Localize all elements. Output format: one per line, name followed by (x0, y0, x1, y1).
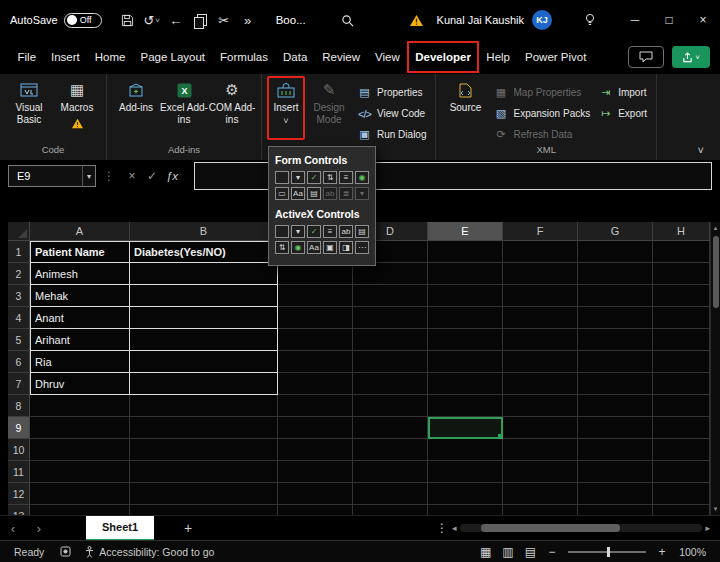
cell-D6[interactable] (353, 351, 428, 373)
cell-B7[interactable] (130, 373, 278, 395)
sheet-nav-left-arrow[interactable]: ‹ (0, 521, 26, 536)
cell-D12[interactable] (353, 483, 428, 505)
cell-G6[interactable] (578, 351, 653, 373)
normal-view-button[interactable]: ▦ (480, 545, 491, 559)
spin-button-icon[interactable]: ⇅ (323, 171, 337, 184)
cell-B4[interactable] (130, 307, 278, 329)
cell-C8[interactable] (278, 395, 353, 417)
cell-A11[interactable] (30, 461, 130, 483)
cell-G9[interactable] (578, 417, 653, 439)
cell-H2[interactable] (653, 263, 710, 285)
cell-C11[interactable] (278, 461, 353, 483)
cell-F6[interactable] (503, 351, 578, 373)
column-header-F[interactable]: F (503, 222, 578, 241)
cell-E11[interactable] (428, 461, 503, 483)
autosave-toggle[interactable]: Off (64, 13, 102, 28)
cell-D4[interactable] (353, 307, 428, 329)
option-button-icon[interactable]: ◉ (291, 241, 305, 254)
cell-A1[interactable]: Patient Name (30, 241, 130, 263)
cell-A7[interactable]: Dhruv (30, 373, 130, 395)
cell-G4[interactable] (578, 307, 653, 329)
cell-C2[interactable] (278, 263, 353, 285)
cell-D13[interactable] (353, 505, 428, 515)
page-layout-view-button[interactable]: ▥ (502, 545, 513, 559)
cell-B13[interactable] (130, 505, 278, 515)
minimize-button[interactable]: ─ (618, 0, 652, 40)
row-header-1[interactable]: 1 (8, 241, 30, 263)
tell-me-button[interactable] (578, 8, 602, 32)
cell-A5[interactable]: Arihant (30, 329, 130, 351)
tab-power-pivot[interactable]: Power Pivot (518, 40, 594, 74)
cell-F13[interactable] (503, 505, 578, 515)
list-box-icon[interactable]: ≡ (323, 225, 337, 238)
cell-H11[interactable] (653, 461, 710, 483)
cell-E6[interactable] (428, 351, 503, 373)
list-box-icon[interactable]: ≡ (339, 171, 353, 184)
cell-F8[interactable] (503, 395, 578, 417)
search-button[interactable] (336, 8, 360, 32)
row-header-4[interactable]: 4 (8, 307, 30, 329)
cell-C7[interactable] (278, 373, 353, 395)
cell-E3[interactable] (428, 285, 503, 307)
column-header-A[interactable]: A (30, 222, 130, 241)
cell-G1[interactable] (578, 241, 653, 263)
image-icon[interactable]: ▣ (323, 241, 337, 254)
cell-G8[interactable] (578, 395, 653, 417)
scroll-up-arrow[interactable]: ▴ (714, 222, 718, 234)
share-button[interactable]: ˅ (672, 46, 710, 68)
cell-D8[interactable] (353, 395, 428, 417)
cell-H7[interactable] (653, 373, 710, 395)
cancel-entry-button[interactable]: × (122, 169, 142, 183)
undo-button[interactable]: ↺˅ (140, 8, 164, 32)
user-name[interactable]: Kunal Jai Kaushik (437, 14, 524, 26)
horizontal-scroll-thumb[interactable] (481, 524, 619, 532)
enter-entry-button[interactable]: ✓ (142, 169, 162, 183)
cell-C4[interactable] (278, 307, 353, 329)
redo-button[interactable]: ← (164, 8, 188, 32)
scroll-down-arrow[interactable]: ▾ (714, 503, 718, 515)
column-header-B[interactable]: B (130, 222, 278, 241)
row-header-12[interactable]: 12 (8, 483, 30, 505)
cell-D10[interactable] (353, 439, 428, 461)
cell-D5[interactable] (353, 329, 428, 351)
cell-F11[interactable] (503, 461, 578, 483)
cell-G13[interactable] (578, 505, 653, 515)
scroll-left-arrow[interactable]: ◂ (452, 523, 457, 533)
tab-home[interactable]: Home (87, 40, 133, 74)
insert-controls-button[interactable]: Insert ˅ (267, 76, 305, 140)
check-box-icon[interactable]: ✓ (307, 171, 321, 184)
cell-E7[interactable] (428, 373, 503, 395)
cell-B5[interactable] (130, 329, 278, 351)
cell-B9[interactable] (130, 417, 278, 439)
cell-C13[interactable] (278, 505, 353, 515)
row-header-9[interactable]: 9 (8, 417, 30, 439)
sheet-options-icon[interactable]: ⋮ (432, 521, 452, 535)
cell-C6[interactable] (278, 351, 353, 373)
record-macro-button[interactable] (60, 546, 71, 557)
cell-F9[interactable] (503, 417, 578, 439)
view-code-button[interactable]: </> View Code (353, 103, 430, 124)
label-icon[interactable]: Aa (291, 187, 305, 200)
cell-H12[interactable] (653, 483, 710, 505)
cell-F5[interactable] (503, 329, 578, 351)
cell-G3[interactable] (578, 285, 653, 307)
cell-A13[interactable] (30, 505, 130, 515)
com-add-ins-button[interactable]: ⚙ COM Add-ins (208, 76, 256, 140)
cell-G11[interactable] (578, 461, 653, 483)
cell-C10[interactable] (278, 439, 353, 461)
cell-A10[interactable] (30, 439, 130, 461)
cell-B3[interactable] (130, 285, 278, 307)
sheet-nav-right-arrow[interactable]: › (26, 521, 52, 536)
cell-A8[interactable] (30, 395, 130, 417)
zoom-level[interactable]: 100% (678, 546, 706, 558)
row-header-11[interactable]: 11 (8, 461, 30, 483)
cell-A12[interactable] (30, 483, 130, 505)
cell-G7[interactable] (578, 373, 653, 395)
source-button[interactable]: Source (441, 76, 489, 140)
cell-F1[interactable] (503, 241, 578, 263)
cell-F3[interactable] (503, 285, 578, 307)
close-button[interactable]: × (686, 0, 720, 40)
properties-button[interactable]: ▤ Properties (353, 82, 430, 103)
tab-file[interactable]: File (10, 40, 44, 74)
macros-button[interactable]: ▦ Macros (53, 76, 101, 140)
